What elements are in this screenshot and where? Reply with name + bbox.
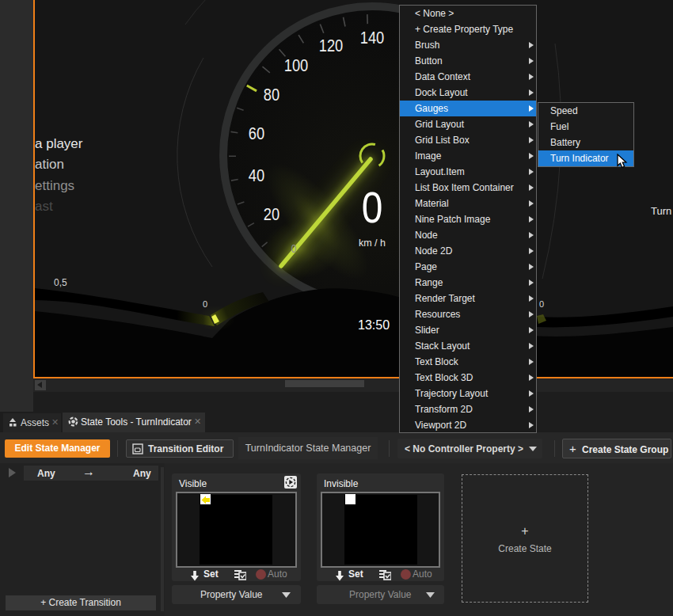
svg-text:ast: ast — [35, 199, 53, 214]
svg-text:0: 0 — [291, 242, 297, 255]
svg-text:a player: a player — [35, 136, 83, 151]
svg-text:120: 120 — [319, 36, 343, 55]
svg-text:140: 140 — [360, 29, 384, 48]
svg-text:ation: ation — [35, 157, 64, 172]
svg-text:0: 0 — [362, 183, 383, 232]
svg-text:60: 60 — [249, 124, 264, 143]
svg-text:0,5: 0,5 — [54, 277, 67, 288]
svg-text:0: 0 — [539, 299, 544, 309]
svg-text:km / h: km / h — [359, 238, 386, 249]
svg-text:13:50: 13:50 — [358, 318, 390, 332]
svg-text:Turn: Turn — [651, 205, 671, 217]
svg-text:80: 80 — [264, 86, 279, 105]
svg-text:20: 20 — [264, 205, 279, 224]
svg-text:40: 40 — [249, 166, 264, 185]
svg-text:100: 100 — [284, 56, 308, 75]
svg-text:ettings: ettings — [35, 178, 74, 193]
